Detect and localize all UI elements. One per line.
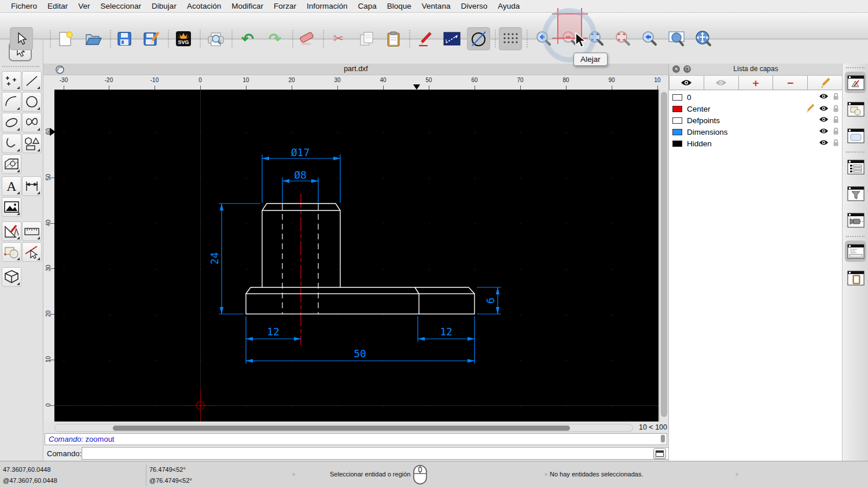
solid-3d-tool[interactable] bbox=[2, 267, 21, 287]
new-file-button[interactable] bbox=[54, 27, 77, 50]
layer-lock-icon[interactable] bbox=[833, 116, 839, 123]
command-history-scrollbar[interactable] bbox=[660, 435, 665, 444]
menu-ver[interactable]: Ver bbox=[73, 2, 95, 10]
menu-informacion[interactable]: Información bbox=[301, 2, 353, 10]
select-arrow-button[interactable] bbox=[10, 27, 33, 50]
document-tab[interactable]: part.dxf bbox=[43, 65, 668, 73]
svg-text:6: 6 bbox=[484, 298, 496, 304]
polygon-tool[interactable] bbox=[22, 134, 42, 153]
zoom-previous-button[interactable] bbox=[638, 27, 661, 50]
dock-block-list-button[interactable] bbox=[845, 98, 866, 120]
text-tool[interactable]: A bbox=[2, 176, 21, 196]
menu-dibujar[interactable]: Dibujar bbox=[146, 2, 182, 10]
point-tool[interactable] bbox=[2, 71, 21, 91]
hide-all-layers-button[interactable] bbox=[704, 75, 739, 90]
layer-color-swatch[interactable] bbox=[672, 129, 682, 135]
menu-editar[interactable]: Editar bbox=[42, 2, 73, 10]
open-file-button[interactable] bbox=[82, 27, 105, 50]
layer-color-swatch[interactable] bbox=[672, 106, 682, 112]
drafting-tool[interactable] bbox=[2, 221, 21, 241]
trim-tool[interactable] bbox=[22, 242, 42, 262]
print-preview-button[interactable] bbox=[204, 27, 227, 50]
menu-fichero[interactable]: Fichero bbox=[6, 2, 42, 10]
svg-export-button[interactable]: SVG bbox=[172, 27, 195, 50]
dock-view-button[interactable] bbox=[845, 209, 866, 231]
measure-distance-button[interactable] bbox=[440, 27, 464, 50]
layer-visible-icon[interactable] bbox=[819, 93, 829, 99]
pan-button[interactable] bbox=[692, 27, 715, 50]
dock-library-browser-button[interactable] bbox=[845, 125, 866, 146]
vertical-scrollbar-thumb[interactable] bbox=[661, 92, 667, 417]
ellipse-icon bbox=[4, 115, 19, 130]
grid-toggle-button[interactable] bbox=[499, 27, 522, 50]
cut-button[interactable]: ✂ bbox=[327, 27, 350, 50]
dock-clipboard-button[interactable] bbox=[845, 267, 866, 289]
layer-visible-icon[interactable] bbox=[819, 139, 829, 146]
show-all-layers-button[interactable] bbox=[669, 75, 704, 90]
dock-selection-filter-button[interactable] bbox=[845, 183, 866, 204]
layer-row-0[interactable]: 0 bbox=[669, 91, 843, 103]
layer-lock-icon[interactable] bbox=[833, 93, 839, 100]
vertical-scrollbar[interactable] bbox=[659, 90, 668, 422]
horizontal-scrollbar[interactable] bbox=[54, 424, 633, 432]
undo-button[interactable]: ↶ bbox=[236, 27, 259, 50]
command-input[interactable] bbox=[82, 447, 696, 460]
dock-layer-list-button[interactable] bbox=[845, 72, 866, 93]
layer-color-swatch[interactable] bbox=[672, 94, 682, 101]
redo-button[interactable]: ↷ bbox=[263, 27, 286, 50]
hatch-tool[interactable] bbox=[2, 154, 21, 174]
paste-button[interactable] bbox=[382, 27, 405, 50]
layer-lock-icon[interactable] bbox=[833, 105, 839, 112]
delete-button[interactable] bbox=[295, 27, 318, 50]
snap-auto-button[interactable] bbox=[467, 27, 490, 50]
edit-layer-button[interactable] bbox=[808, 75, 843, 90]
dock-command-line-button[interactable] bbox=[845, 241, 866, 262]
ellipse-tool[interactable] bbox=[2, 113, 21, 132]
add-layer-button[interactable]: + bbox=[739, 75, 774, 90]
drawing-canvas[interactable]: Ø17 Ø8 24 6 12 12 50 bbox=[54, 90, 659, 422]
layer-row-defpoints[interactable]: Defpoints bbox=[669, 114, 843, 126]
horizontal-scrollbar-thumb[interactable] bbox=[113, 426, 570, 431]
circle-tool[interactable] bbox=[22, 92, 42, 112]
dimension-tool[interactable] bbox=[22, 176, 42, 196]
spline-tool[interactable] bbox=[22, 113, 42, 132]
layer-row-dimensions[interactable]: Dimensions bbox=[669, 126, 843, 138]
block-tool[interactable] bbox=[2, 242, 21, 262]
svg-text:12: 12 bbox=[267, 326, 279, 338]
layer-lock-icon[interactable] bbox=[833, 127, 839, 135]
layer-lock-icon[interactable] bbox=[833, 139, 839, 146]
copy-button[interactable] bbox=[355, 27, 378, 50]
menu-acotacion[interactable]: Acotación bbox=[182, 2, 226, 10]
polyline-tool[interactable] bbox=[2, 134, 21, 153]
coordinates-absolute: 47.3607,60.0448 bbox=[3, 466, 51, 473]
edit-entity-button[interactable] bbox=[414, 27, 437, 50]
layer-color-swatch[interactable] bbox=[672, 141, 682, 147]
line-tool[interactable] bbox=[22, 71, 42, 91]
command-history-scrollbar-thumb[interactable] bbox=[661, 435, 665, 442]
save-button[interactable] bbox=[113, 27, 136, 50]
arc-tool[interactable] bbox=[2, 92, 21, 112]
menu-seleccionar[interactable]: Seleccionar bbox=[95, 2, 147, 10]
zoom-page-button[interactable] bbox=[665, 27, 688, 50]
measure-tool[interactable] bbox=[22, 221, 42, 241]
layer-visible-icon[interactable] bbox=[819, 105, 829, 112]
dock-property-list-button[interactable] bbox=[845, 156, 866, 178]
menu-ayuda[interactable]: Ayuda bbox=[492, 2, 525, 10]
save-as-button[interactable] bbox=[140, 27, 163, 50]
menu-modificar[interactable]: Modificar bbox=[226, 2, 269, 10]
layer-visible-icon[interactable] bbox=[819, 116, 829, 123]
layer-visible-icon[interactable] bbox=[819, 128, 829, 134]
image-tool[interactable] bbox=[2, 197, 21, 217]
menu-bloque[interactable]: Bloque bbox=[382, 2, 417, 10]
svg-text:50: 50 bbox=[354, 347, 366, 360]
zoom-selection-button[interactable] bbox=[611, 27, 634, 50]
layer-row-center[interactable]: Center bbox=[669, 103, 843, 114]
remove-layer-button[interactable]: − bbox=[773, 75, 808, 90]
menu-diverso[interactable]: Diverso bbox=[455, 2, 492, 10]
layer-color-swatch[interactable] bbox=[672, 117, 682, 124]
layer-row-hidden[interactable]: Hidden bbox=[669, 138, 843, 149]
menu-ventana[interactable]: Ventana bbox=[417, 2, 456, 10]
menu-capa[interactable]: Capa bbox=[353, 2, 382, 10]
menu-forzar[interactable]: Forzar bbox=[269, 2, 301, 10]
command-options-button[interactable] bbox=[653, 448, 666, 459]
